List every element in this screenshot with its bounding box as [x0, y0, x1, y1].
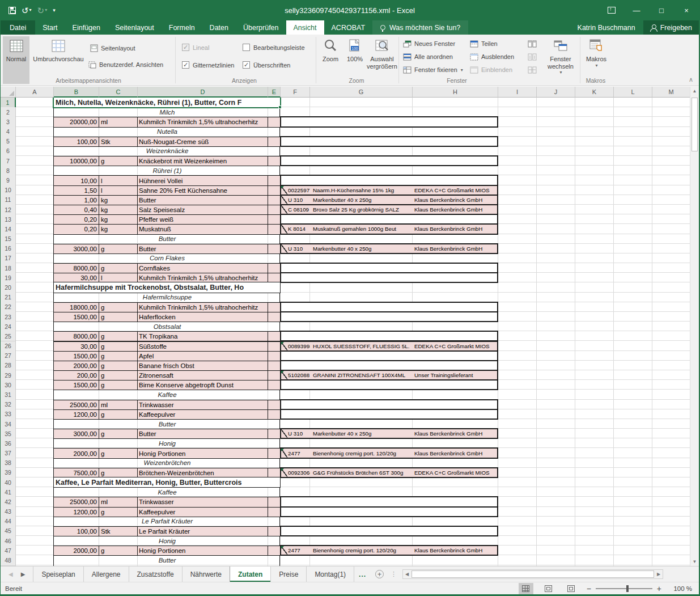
- row-header-16[interactable]: 16: [1, 244, 16, 254]
- article-row[interactable]: U 310Markenbutter 40 x 250gKlaus Bercken…: [280, 428, 498, 439]
- split-button[interactable]: Teilen: [470, 38, 498, 49]
- scroll-up-icon[interactable]: ▲: [690, 88, 699, 94]
- amount-cell[interactable]: 100,00: [54, 527, 97, 536]
- description-cell[interactable]: Brötchen-Weizenbrötchen: [139, 468, 268, 477]
- amount-cell[interactable]: 1500,00: [54, 381, 97, 390]
- amount-cell[interactable]: 1200,00: [54, 508, 97, 517]
- next-sheet-icon[interactable]: ▶: [21, 571, 26, 577]
- amount-cell[interactable]: 20000,00: [54, 117, 97, 126]
- amount-cell[interactable]: 30,00: [54, 273, 97, 282]
- item-row[interactable]: 1,50lSahne 20% Fett Küchensahne: [53, 185, 281, 196]
- row-header-44[interactable]: 44: [1, 517, 16, 527]
- subsection-label[interactable]: Rührei (1): [54, 166, 281, 175]
- article-name-cell[interactable]: Broxo Salz 25 Kg grobkörnig SALZ: [313, 205, 412, 214]
- description-cell[interactable]: Honig Portionen: [139, 546, 268, 555]
- amount-cell[interactable]: 1500,00: [54, 312, 97, 322]
- row-header-22[interactable]: 22: [1, 302, 16, 312]
- article-row[interactable]: K 8014Muskatnuß gemahlen 1000g BeutKlaus…: [280, 223, 498, 234]
- row-header-48[interactable]: 48: [1, 555, 16, 565]
- article-row[interactable]: 2477Bienenhonig cremig port. 120/20gKlau…: [280, 545, 498, 556]
- item-row[interactable]: 10,00lHühnerei Vollei: [53, 175, 281, 185]
- item-row[interactable]: 1200,00gKaffeepulver: [53, 507, 281, 517]
- description-cell[interactable]: Cornflakes: [139, 264, 268, 273]
- row-header-39[interactable]: 39: [1, 468, 16, 478]
- zoom-slider[interactable]: − +: [587, 585, 661, 593]
- row-header-30[interactable]: 30: [1, 380, 16, 390]
- add-sheet-icon[interactable]: +: [375, 570, 384, 578]
- column-header-K[interactable]: K: [575, 87, 614, 98]
- amount-cell[interactable]: 7500,00: [54, 468, 97, 477]
- unit-cell[interactable]: g: [101, 361, 137, 370]
- article-code-cell[interactable]: 00225977: [288, 186, 310, 195]
- ribbon-tab-seitenlayout[interactable]: Seitenlayout: [108, 20, 162, 35]
- sheet-tab-allergene[interactable]: Allergene: [83, 567, 129, 582]
- ribbon-tab-überprüfen[interactable]: Überprüfen: [236, 20, 286, 35]
- row-header-26[interactable]: 26: [1, 341, 16, 352]
- page-break-toggle-icon[interactable]: [564, 583, 579, 594]
- item-row[interactable]: 200,00gZitronensaft: [53, 370, 281, 381]
- article-empty-box[interactable]: [280, 506, 498, 517]
- row-header-45[interactable]: 45: [1, 526, 16, 536]
- item-row[interactable]: 1500,00gApfel: [53, 351, 281, 361]
- unit-cell[interactable]: kg: [101, 215, 137, 224]
- item-row[interactable]: 0,20kgMuskatnuß: [53, 224, 281, 234]
- customize-qat-icon[interactable]: ▾: [53, 8, 56, 13]
- save-icon[interactable]: [9, 7, 16, 14]
- zoom-out-icon[interactable]: −: [587, 585, 591, 593]
- description-cell[interactable]: Salz Speisesalz: [139, 205, 268, 214]
- row-header-24[interactable]: 24: [1, 322, 16, 332]
- unit-cell[interactable]: g: [101, 508, 137, 517]
- ribbon-tab-datei[interactable]: Datei: [1, 20, 35, 35]
- article-supplier-cell[interactable]: EDEKA C+C Großmarkt MIOS: [414, 186, 498, 195]
- amount-cell[interactable]: 100,00: [54, 137, 97, 146]
- subsection-label[interactable]: Weizenbrötchen: [54, 458, 281, 468]
- row-header-15[interactable]: 15: [1, 234, 16, 244]
- row-header-43[interactable]: 43: [1, 507, 16, 517]
- row-header-21[interactable]: 21: [1, 293, 16, 303]
- unit-cell[interactable]: g: [101, 332, 137, 341]
- row-header-37[interactable]: 37: [1, 448, 16, 458]
- unit-cell[interactable]: g: [101, 429, 137, 438]
- row-header-4[interactable]: 4: [1, 127, 16, 137]
- row-header-20[interactable]: 20: [1, 282, 16, 293]
- unit-cell[interactable]: g: [101, 303, 137, 312]
- column-header-H[interactable]: H: [413, 87, 498, 98]
- subsection-label[interactable]: Nutella: [54, 127, 281, 137]
- description-cell[interactable]: Knäckebrot mit Weizenkeimen: [139, 157, 268, 166]
- new-window-button[interactable]: Neues Fenster: [403, 38, 455, 49]
- unit-cell[interactable]: l: [101, 176, 137, 185]
- amount-cell[interactable]: 2000,00: [54, 449, 97, 458]
- description-cell[interactable]: Nuß-Nougat-Creme süß: [139, 137, 268, 146]
- subsection-label[interactable]: Kaffee: [54, 487, 281, 497]
- sheet-tab-preise[interactable]: Preise: [270, 567, 306, 582]
- ribbon-display-options-icon[interactable]: [599, 0, 624, 20]
- ribbon-tab-ansicht[interactable]: Ansicht: [286, 20, 324, 35]
- article-code-cell[interactable]: 00893998: [288, 342, 310, 350]
- article-name-cell[interactable]: Markenbutter 40 x 250g: [313, 196, 412, 204]
- description-cell[interactable]: Butter: [139, 429, 268, 438]
- row-header-28[interactable]: 28: [1, 361, 16, 371]
- description-cell[interactable]: Hühnerei Vollei: [139, 176, 268, 185]
- subsection-label[interactable]: Honig: [54, 536, 281, 546]
- article-supplier-cell[interactable]: Klaus Berckenbrinck GmbH: [414, 429, 498, 438]
- select-all-corner[interactable]: [1, 87, 16, 98]
- arrange-all-button[interactable]: Alle anordnen: [403, 51, 453, 62]
- sheet-tab-zusatzstoffe[interactable]: Zusatzstoffe: [129, 567, 182, 582]
- hide-window-button[interactable]: Ausblenden: [470, 51, 514, 62]
- ribbon-tab-start[interactable]: Start: [35, 20, 65, 35]
- column-header-G[interactable]: G: [310, 87, 413, 98]
- ribbon-tab-einfügen[interactable]: Einfügen: [65, 20, 108, 35]
- description-cell[interactable]: Sahne 20% Fett Küchensahne: [139, 186, 268, 195]
- description-cell[interactable]: Birne Konserve abgetropft Dunst: [139, 381, 268, 390]
- item-row[interactable]: 8000,00gTK Tropikana: [53, 331, 281, 341]
- column-header-F[interactable]: F: [281, 87, 310, 98]
- custom-views-button[interactable]: Benutzerdef. Ansichten: [88, 59, 163, 70]
- item-row[interactable]: 8000,00gCornflakes: [53, 263, 281, 273]
- collapse-ribbon-icon[interactable]: ∧: [689, 76, 693, 83]
- column-header-A[interactable]: A: [16, 87, 54, 98]
- description-cell[interactable]: Honig Portionen: [139, 449, 268, 458]
- item-row[interactable]: 100,00StkNuß-Nougat-Creme süß: [53, 137, 281, 147]
- article-name-cell[interactable]: G&G Frühstücks Brötchen 6ST 300g: [313, 468, 412, 477]
- article-name-cell[interactable]: HUXOL SUESSSTOFF, FLUESSIG 5L.: [313, 342, 412, 350]
- column-header-C[interactable]: C: [99, 87, 138, 98]
